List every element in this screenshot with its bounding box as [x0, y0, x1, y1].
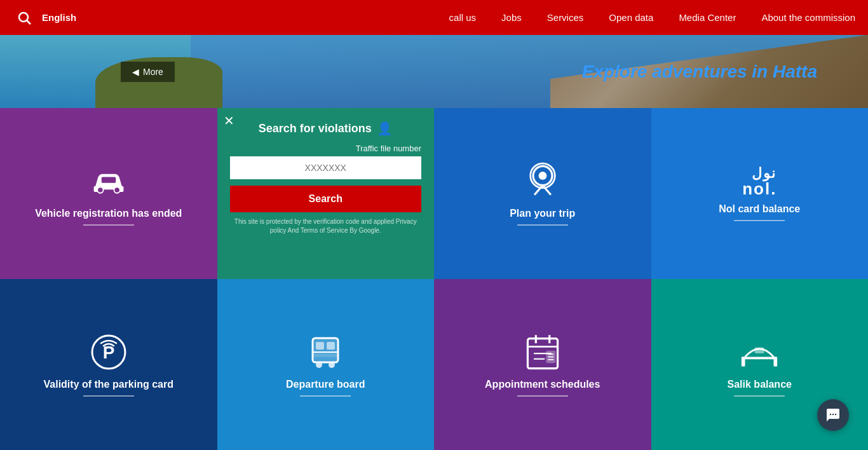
- nol-logo: نول nol.: [742, 167, 776, 197]
- departure-label: Departure board: [286, 379, 365, 390]
- nol-card-label: Nol card balance: [719, 203, 800, 215]
- grid-item-nol-card[interactable]: نول nol. Nol card balance: [651, 108, 869, 279]
- banner-title: Explore adventures in Hatta: [582, 62, 817, 82]
- plan-trip-label: Plan your trip: [510, 208, 575, 219]
- departure-underline: [300, 395, 351, 397]
- nav-services[interactable]: Services: [547, 12, 584, 23]
- svg-point-34: [832, 414, 834, 415]
- vehicle-registration-label: Vehicle registration has ended: [35, 208, 182, 219]
- appointment-icon: [524, 333, 562, 371]
- search-icon[interactable]: [13, 6, 36, 29]
- car-icon: [90, 162, 128, 200]
- language-selector[interactable]: English: [42, 12, 76, 23]
- nav-open-data[interactable]: Open data: [609, 12, 653, 23]
- svg-rect-12: [316, 342, 324, 350]
- violations-modal: ✕ Search for violations 👤 Traffic file n…: [217, 108, 435, 279]
- svg-rect-10: [313, 338, 338, 362]
- svg-rect-31: [774, 357, 778, 366]
- parking-underline: [83, 395, 134, 397]
- modal-close-button[interactable]: ✕: [224, 114, 234, 127]
- banner-more-button[interactable]: ◀ More: [121, 62, 175, 82]
- svg-line-1: [27, 20, 31, 24]
- grid-item-parking[interactable]: P Validity of the parking card: [0, 279, 217, 450]
- traffic-file-input[interactable]: [230, 156, 422, 179]
- svg-point-17: [329, 362, 335, 368]
- svg-rect-32: [755, 347, 764, 353]
- svg-rect-4: [102, 177, 116, 182]
- svg-point-2: [97, 187, 103, 193]
- violations-icon: 👤: [377, 121, 393, 136]
- plan-trip-underline: [517, 224, 568, 226]
- site-header: English call us Jobs Services Open data …: [0, 0, 868, 35]
- traffic-file-label: Traffic file number: [356, 144, 421, 153]
- svg-rect-30: [742, 357, 745, 366]
- more-label: More: [143, 67, 163, 77]
- chat-button[interactable]: [817, 399, 849, 431]
- nav-jobs[interactable]: Jobs: [501, 12, 522, 23]
- parking-label: Validity of the parking card: [44, 379, 174, 390]
- svg-rect-13: [327, 342, 335, 350]
- svg-rect-29: [742, 357, 777, 359]
- svg-point-3: [114, 187, 119, 193]
- parking-icon: P: [90, 333, 128, 371]
- chevron-left-icon: ◀: [132, 67, 139, 77]
- grid-item-appointment[interactable]: Appointment schedules: [434, 279, 651, 450]
- location-pin-icon: [524, 162, 562, 200]
- grid-item-departure[interactable]: Departure board: [217, 279, 435, 450]
- salik-underline: [734, 395, 785, 397]
- grid-item-plan-trip[interactable]: Plan your trip: [434, 108, 651, 279]
- svg-point-16: [316, 362, 322, 368]
- salik-label: Salik balance: [728, 379, 792, 390]
- main-nav: call us Jobs Services Open data Media Ce…: [449, 12, 855, 23]
- svg-point-35: [835, 414, 836, 415]
- grid-item-vehicle-registration[interactable]: Vehicle registration has ended: [0, 108, 217, 279]
- violations-title-text: Search for violations: [259, 122, 372, 135]
- hero-banner: ◀ More Explore adventures in Hatta: [0, 35, 868, 108]
- modal-disclaimer: This site is protected by the verificati…: [230, 217, 422, 235]
- services-grid: Vehicle registration has ended ✕ Search …: [0, 108, 868, 450]
- nav-about[interactable]: About the commission: [761, 12, 855, 23]
- nav-media-center[interactable]: Media Center: [679, 12, 736, 23]
- svg-point-0: [19, 13, 28, 22]
- svg-rect-15: [313, 353, 338, 357]
- bus-icon: [306, 333, 344, 371]
- violations-search-button[interactable]: Search: [230, 186, 422, 212]
- appointment-label: Appointment schedules: [485, 379, 600, 390]
- nol-card-underline: [734, 220, 785, 221]
- vehicle-registration-underline: [83, 224, 134, 226]
- svg-point-6: [538, 172, 546, 180]
- nav-call-us[interactable]: call us: [449, 12, 477, 23]
- grid-item-violations[interactable]: ✕ Search for violations 👤 Traffic file n…: [217, 108, 435, 279]
- appointment-underline: [517, 395, 568, 397]
- svg-point-33: [830, 414, 831, 415]
- salik-icon: [740, 333, 778, 371]
- modal-title: Search for violations 👤: [259, 121, 393, 136]
